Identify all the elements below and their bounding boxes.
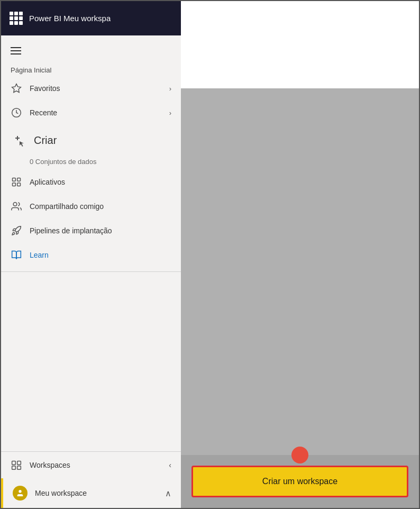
- sidebar-header: Power BI Meu workspa: [1, 1, 181, 35]
- aplicativos-label: Aplicativos: [30, 178, 171, 186]
- app-title: Power BI Meu workspa: [29, 14, 111, 23]
- sidebar-nav: Página Inicial Favoritos ›: [1, 35, 181, 451]
- sidebar-item-pipelines[interactable]: Pipelines de implantação: [1, 219, 181, 243]
- pipelines-label: Pipelines de implantação: [30, 226, 171, 235]
- sidebar-item-aplicativos[interactable]: Aplicativos: [1, 170, 181, 194]
- favoritos-chevron: ›: [169, 85, 171, 93]
- sidebar-item-workspaces[interactable]: Workspaces ‹: [1, 452, 181, 478]
- sidebar-item-compartilhado[interactable]: Compartilhado comigo: [1, 194, 181, 219]
- shared-icon: [11, 201, 22, 212]
- sidebar-item-meu-workspace[interactable]: Meu workspace ∧: [1, 478, 181, 508]
- svg-marker-0: [12, 84, 21, 93]
- criar-label: Criar: [34, 134, 171, 147]
- sidebar: Power BI Meu workspa Página Inicial Favo…: [1, 1, 181, 508]
- svg-point-14: [19, 490, 21, 493]
- sidebar-item-favoritos[interactable]: Favoritos ›: [1, 76, 181, 101]
- sidebar-item-learn[interactable]: Learn: [1, 243, 181, 267]
- meu-workspace-label: Meu workspace: [35, 489, 158, 497]
- favoritos-label: Favoritos: [30, 84, 162, 93]
- popup-overlay: Criar um workspace: [181, 455, 419, 508]
- nav-section-home: Página Inicial: [1, 62, 181, 76]
- gray-panel: Criar um workspace: [181, 88, 419, 508]
- svg-rect-5: [13, 178, 16, 181]
- svg-point-9: [13, 203, 17, 206]
- svg-rect-7: [13, 183, 16, 186]
- workspaces-icon: [11, 459, 22, 471]
- recente-label: Recente: [30, 108, 162, 117]
- recente-chevron: ›: [169, 109, 171, 117]
- red-dot-indicator: [291, 447, 308, 463]
- star-icon: [11, 83, 22, 94]
- svg-rect-11: [17, 461, 21, 465]
- apps-grid-icon[interactable]: [10, 12, 23, 25]
- datasets-count-label: 0 Conjuntos de dados: [1, 156, 181, 170]
- svg-rect-10: [12, 461, 16, 465]
- plus-cursor-icon: [11, 132, 26, 148]
- main-content: Criar um workspace: [181, 1, 419, 508]
- svg-marker-4: [20, 141, 24, 147]
- hamburger-icon: [11, 47, 21, 54]
- sidebar-bottom: Workspaces ‹ Meu workspace ∧: [1, 451, 181, 508]
- svg-rect-8: [17, 183, 21, 186]
- workspaces-chevron-left: ‹: [169, 461, 171, 469]
- book-icon: [11, 249, 22, 261]
- rocket-icon: [11, 225, 22, 237]
- compartilhado-label: Compartilhado comigo: [30, 202, 171, 211]
- create-workspace-button[interactable]: Criar um workspace: [191, 466, 408, 497]
- meu-workspace-chevron: ∧: [165, 488, 171, 498]
- learn-label: Learn: [30, 251, 171, 259]
- sidebar-item-recente[interactable]: Recente ›: [1, 101, 181, 125]
- avatar: [13, 486, 28, 501]
- app-window: Power BI Meu workspa Página Inicial Favo…: [0, 0, 420, 509]
- clock-icon: [11, 107, 22, 119]
- hamburger-button[interactable]: [1, 42, 181, 60]
- apps-icon: [11, 176, 22, 188]
- workspaces-label: Workspaces: [30, 461, 161, 469]
- sidebar-item-criar[interactable]: Criar: [1, 125, 181, 156]
- svg-rect-12: [12, 466, 16, 470]
- sidebar-divider: [1, 271, 181, 272]
- svg-rect-6: [17, 178, 21, 181]
- svg-rect-13: [17, 466, 21, 470]
